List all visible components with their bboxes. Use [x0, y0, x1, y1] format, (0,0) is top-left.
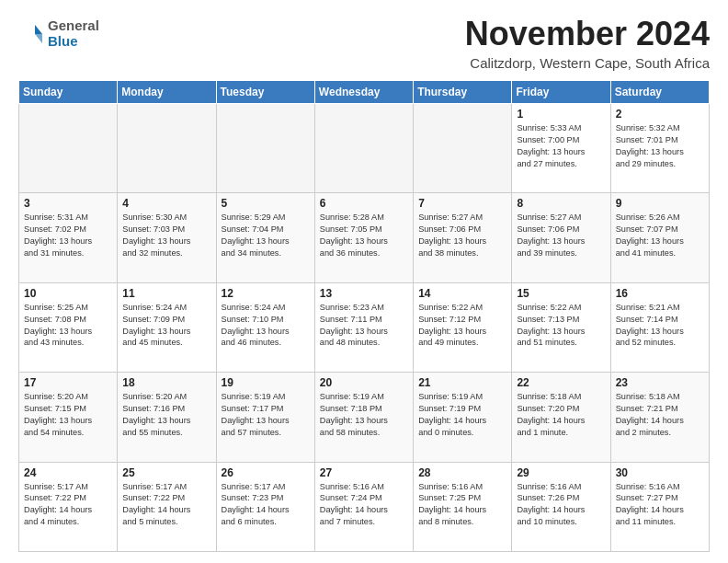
month-title: November 2024 [465, 15, 710, 53]
day-number: 18 [122, 376, 210, 389]
day-number: 14 [418, 287, 506, 300]
calendar-cell: 4Sunrise: 5:30 AM Sunset: 7:03 PM Daylig… [118, 193, 216, 282]
day-info: Sunrise: 5:16 AM Sunset: 7:27 PM Dayligh… [616, 481, 704, 529]
calendar-cell: 3Sunrise: 5:31 AM Sunset: 7:02 PM Daylig… [19, 193, 118, 282]
day-info: Sunrise: 5:20 AM Sunset: 7:15 PM Dayligh… [24, 391, 112, 439]
day-info: Sunrise: 5:24 AM Sunset: 7:10 PM Dayligh… [222, 302, 310, 350]
calendar-cell: 12Sunrise: 5:24 AM Sunset: 7:10 PM Dayli… [216, 282, 314, 372]
calendar-cell: 17Sunrise: 5:20 AM Sunset: 7:15 PM Dayli… [19, 373, 118, 462]
day-number: 27 [320, 466, 408, 479]
day-number: 19 [222, 376, 310, 389]
logo-text: General Blue [48, 18, 99, 49]
day-number: 1 [517, 108, 605, 121]
day-info: Sunrise: 5:33 AM Sunset: 7:00 PM Dayligh… [517, 122, 605, 170]
calendar-header-friday: Friday [512, 81, 610, 104]
day-number: 3 [24, 197, 112, 210]
day-info: Sunrise: 5:16 AM Sunset: 7:25 PM Dayligh… [418, 481, 506, 529]
day-number: 29 [517, 466, 605, 479]
day-info: Sunrise: 5:19 AM Sunset: 7:17 PM Dayligh… [222, 391, 310, 439]
day-number: 11 [122, 287, 210, 300]
day-info: Sunrise: 5:23 AM Sunset: 7:11 PM Dayligh… [320, 302, 408, 350]
day-info: Sunrise: 5:16 AM Sunset: 7:24 PM Dayligh… [320, 481, 408, 529]
calendar-week-row: 24Sunrise: 5:17 AM Sunset: 7:22 PM Dayli… [19, 462, 710, 551]
calendar-header-thursday: Thursday [414, 81, 512, 104]
calendar-cell: 30Sunrise: 5:16 AM Sunset: 7:27 PM Dayli… [610, 462, 709, 551]
calendar-cell: 6Sunrise: 5:28 AM Sunset: 7:05 PM Daylig… [314, 193, 413, 282]
title-block: November 2024 Calitzdorp, Western Cape, … [465, 15, 710, 71]
calendar-week-row: 10Sunrise: 5:25 AM Sunset: 7:08 PM Dayli… [19, 282, 710, 372]
day-number: 22 [517, 376, 605, 389]
calendar-cell: 11Sunrise: 5:24 AM Sunset: 7:09 PM Dayli… [118, 282, 216, 372]
day-number: 8 [517, 197, 605, 210]
calendar-week-row: 1Sunrise: 5:33 AM Sunset: 7:00 PM Daylig… [19, 104, 710, 193]
calendar-cell: 2Sunrise: 5:32 AM Sunset: 7:01 PM Daylig… [610, 104, 709, 193]
logo: General Blue [18, 18, 99, 49]
day-number: 6 [320, 197, 408, 210]
day-info: Sunrise: 5:22 AM Sunset: 7:12 PM Dayligh… [418, 302, 506, 350]
day-info: Sunrise: 5:31 AM Sunset: 7:02 PM Dayligh… [24, 212, 112, 259]
day-number: 5 [222, 197, 310, 210]
day-info: Sunrise: 5:19 AM Sunset: 7:19 PM Dayligh… [418, 391, 506, 439]
day-info: Sunrise: 5:19 AM Sunset: 7:18 PM Dayligh… [320, 391, 408, 439]
calendar-cell [414, 104, 512, 193]
calendar-cell: 9Sunrise: 5:26 AM Sunset: 7:07 PM Daylig… [610, 193, 709, 282]
calendar-header-tuesday: Tuesday [216, 81, 314, 104]
calendar-cell: 18Sunrise: 5:20 AM Sunset: 7:16 PM Dayli… [118, 373, 216, 462]
calendar-cell: 23Sunrise: 5:18 AM Sunset: 7:21 PM Dayli… [610, 373, 709, 462]
calendar-cell: 22Sunrise: 5:18 AM Sunset: 7:20 PM Dayli… [512, 373, 610, 462]
day-info: Sunrise: 5:28 AM Sunset: 7:05 PM Dayligh… [320, 212, 408, 259]
day-number: 20 [320, 376, 408, 389]
calendar-cell: 28Sunrise: 5:16 AM Sunset: 7:25 PM Dayli… [414, 462, 512, 551]
calendar-cell: 8Sunrise: 5:27 AM Sunset: 7:06 PM Daylig… [512, 193, 610, 282]
day-info: Sunrise: 5:18 AM Sunset: 7:20 PM Dayligh… [517, 391, 605, 439]
day-info: Sunrise: 5:27 AM Sunset: 7:06 PM Dayligh… [517, 212, 605, 259]
day-info: Sunrise: 5:16 AM Sunset: 7:26 PM Dayligh… [517, 481, 605, 529]
calendar-cell: 16Sunrise: 5:21 AM Sunset: 7:14 PM Dayli… [610, 282, 709, 372]
calendar-cell: 15Sunrise: 5:22 AM Sunset: 7:13 PM Dayli… [512, 282, 610, 372]
day-number: 17 [24, 376, 112, 389]
calendar-header-wednesday: Wednesday [314, 81, 413, 104]
calendar-cell [19, 104, 118, 193]
day-info: Sunrise: 5:24 AM Sunset: 7:09 PM Dayligh… [122, 302, 210, 350]
calendar-cell [314, 104, 413, 193]
day-number: 2 [616, 108, 704, 121]
day-info: Sunrise: 5:29 AM Sunset: 7:04 PM Dayligh… [222, 212, 310, 259]
day-number: 15 [517, 287, 605, 300]
svg-marker-0 [35, 25, 42, 34]
day-number: 25 [122, 466, 210, 479]
day-number: 12 [222, 287, 310, 300]
day-info: Sunrise: 5:25 AM Sunset: 7:08 PM Dayligh… [24, 302, 112, 350]
day-info: Sunrise: 5:22 AM Sunset: 7:13 PM Dayligh… [517, 302, 605, 350]
location: Calitzdorp, Western Cape, South Africa [465, 55, 710, 71]
calendar-cell: 29Sunrise: 5:16 AM Sunset: 7:26 PM Dayli… [512, 462, 610, 551]
day-number: 7 [418, 197, 506, 210]
calendar-cell: 13Sunrise: 5:23 AM Sunset: 7:11 PM Dayli… [314, 282, 413, 372]
calendar-cell: 27Sunrise: 5:16 AM Sunset: 7:24 PM Dayli… [314, 462, 413, 551]
day-info: Sunrise: 5:26 AM Sunset: 7:07 PM Dayligh… [616, 212, 704, 259]
calendar-cell [118, 104, 216, 193]
calendar-cell: 20Sunrise: 5:19 AM Sunset: 7:18 PM Dayli… [314, 373, 413, 462]
calendar-cell: 24Sunrise: 5:17 AM Sunset: 7:22 PM Dayli… [19, 462, 118, 551]
calendar-header-monday: Monday [118, 81, 216, 104]
calendar-cell: 7Sunrise: 5:27 AM Sunset: 7:06 PM Daylig… [414, 193, 512, 282]
calendar-table: SundayMondayTuesdayWednesdayThursdayFrid… [18, 80, 710, 552]
calendar-header-sunday: Sunday [19, 81, 118, 104]
day-number: 23 [616, 376, 704, 389]
calendar-cell: 14Sunrise: 5:22 AM Sunset: 7:12 PM Dayli… [414, 282, 512, 372]
page: General Blue November 2024 Calitzdorp, W… [0, 0, 728, 563]
calendar-header-saturday: Saturday [610, 81, 709, 104]
day-info: Sunrise: 5:21 AM Sunset: 7:14 PM Dayligh… [616, 302, 704, 350]
day-number: 26 [222, 466, 310, 479]
day-number: 30 [616, 466, 704, 479]
day-info: Sunrise: 5:17 AM Sunset: 7:23 PM Dayligh… [222, 481, 310, 529]
day-number: 24 [24, 466, 112, 479]
day-info: Sunrise: 5:17 AM Sunset: 7:22 PM Dayligh… [122, 481, 210, 529]
calendar-cell: 5Sunrise: 5:29 AM Sunset: 7:04 PM Daylig… [216, 193, 314, 282]
calendar-cell [216, 104, 314, 193]
calendar-week-row: 3Sunrise: 5:31 AM Sunset: 7:02 PM Daylig… [19, 193, 710, 282]
calendar-cell: 25Sunrise: 5:17 AM Sunset: 7:22 PM Dayli… [118, 462, 216, 551]
logo-icon [18, 21, 44, 47]
day-number: 10 [24, 287, 112, 300]
calendar-cell: 10Sunrise: 5:25 AM Sunset: 7:08 PM Dayli… [19, 282, 118, 372]
day-info: Sunrise: 5:27 AM Sunset: 7:06 PM Dayligh… [418, 212, 506, 259]
